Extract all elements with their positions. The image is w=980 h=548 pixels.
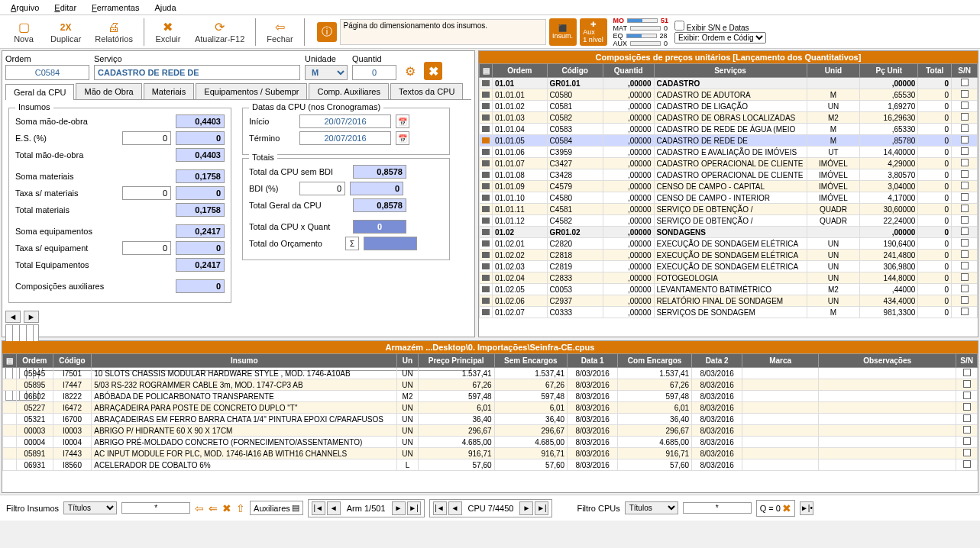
rp-title: Composições de preços unitários [Lançame… [479, 51, 978, 63]
bdi-pct-input[interactable] [299, 182, 345, 195]
total-quant-value [353, 220, 406, 234]
exibir-select[interactable]: Exibir: Ordem e Código [674, 32, 766, 44]
nav-last-button[interactable]: ►| [407, 501, 421, 515]
tab-materiais[interactable]: Materiais [144, 83, 195, 99]
atualizar-button[interactable]: ⟳Atualizar-F12 [189, 19, 251, 45]
table-row[interactable]: 05895I74475/03 RS-232 ROGRAMMER CABLE 3m… [3, 379, 978, 391]
x-button[interactable]: ✖ [424, 62, 442, 80]
unidade-select[interactable]: M [305, 65, 348, 80]
filtro-insumos-input[interactable] [121, 502, 190, 514]
back-icon[interactable]: ⇦ [195, 502, 204, 514]
nova-button[interactable]: ▢Nova [5, 19, 43, 45]
duplicate-icon: 2X [60, 21, 72, 34]
tab-equipamentos[interactable]: Equipamentos / Subempr [196, 83, 307, 99]
scroll-right-button[interactable]: ► [24, 311, 39, 323]
tab-mao[interactable]: Mão de Obra [76, 83, 141, 99]
col-select[interactable]: ▤ [3, 354, 17, 368]
nav-next-button[interactable]: ► [519, 501, 533, 515]
menu-arquivo[interactable]: AArquivorquivo [5, 2, 45, 14]
table-row[interactable]: 05321I6700ABRAÇADEIRAS EM FERRO BARRA CH… [3, 414, 978, 425]
table-row[interactable]: 01.02.03C2819,00000 EXECUÇÃO DE SONDAGEM… [480, 261, 978, 272]
insum-button[interactable]: ⬛Insum. [549, 18, 577, 46]
soma-eq-value [176, 224, 225, 238]
table-row[interactable]: 01.01.02C0581,00000 CADASTRO DE LIGAÇÃOU… [480, 101, 978, 112]
rp-table[interactable]: ▤ Ordem Código Quantid Serviços Unid Pç … [479, 63, 978, 337]
nav-first-button[interactable]: |◄ [312, 501, 325, 515]
table-row[interactable]: 01.01.10C4580,00000 CENSO DE CAMPO - INT… [480, 192, 978, 204]
tab-textos[interactable]: Textos da CPU [390, 83, 463, 99]
taxa-mat-pct-input[interactable] [122, 186, 171, 200]
filtro-cpus-input[interactable] [683, 502, 752, 514]
list-icon: ▤ [292, 503, 299, 513]
scroll-left-button[interactable]: ◄ [5, 311, 21, 323]
bdi-value [350, 182, 403, 195]
total-mao-value [176, 148, 225, 162]
menu-ferramentas[interactable]: Ferramentas [86, 2, 145, 14]
es-pct-input[interactable] [122, 131, 171, 145]
table-row[interactable]: 05227I6472ABRAÇADEIRA PARA POSTE DE CONC… [3, 402, 978, 414]
nav-prev-button[interactable]: ◄ [327, 501, 341, 515]
goto-button[interactable]: ►|• [800, 501, 813, 515]
menu-editar[interactable]: Editar [48, 2, 82, 14]
filtro-cpus-select[interactable]: Títulos [625, 501, 678, 514]
table-row[interactable]: 05945I750110 SLOTS CHASSIS MODULAR HARDW… [3, 368, 978, 379]
fechar-button[interactable]: ⇦Fechar [260, 19, 299, 45]
nav-first-button[interactable]: |◄ [433, 501, 447, 515]
table-row[interactable]: 00003I0003ABRIGO P/ HIDRANTE 60 X 90 X 1… [3, 425, 978, 437]
table-row[interactable]: 06931I8560ACELERADOR DE COBALTO 6% L57,6… [3, 459, 978, 471]
table-row[interactable]: 01.01.07C3427,00000 CADASTRO OPERACIONAL… [480, 158, 978, 169]
table-row[interactable]: 01.01.11C4581,00000 SERVIÇO DE OBTENÇÃO … [480, 204, 978, 215]
table-row[interactable]: 01.01.01C0580,00000 CADASTRO DE ADUTORAM… [480, 89, 978, 101]
table-row[interactable]: 01.01.12C4582,00000 SERVIÇO DE OBTENÇÃO … [480, 215, 978, 227]
taxa-eq-pct-input[interactable] [122, 241, 171, 255]
filtro-cpus-label: Filtro CPUs [577, 504, 619, 513]
table-row[interactable]: 01.02.05C0053,00000 LEVANTAMENTO BATIMÉT… [480, 284, 978, 295]
duplicar-button[interactable]: 2XDuplicar [44, 19, 87, 45]
table-row[interactable]: 00004I0004ABRIGO PRÉ-MOLDADO CONCRETO (F… [3, 437, 978, 448]
excluir-button[interactable]: ✖Excluir [149, 19, 187, 45]
quant-input[interactable] [352, 65, 396, 80]
table-row[interactable]: 01.02GR01.02,00000 SONDAGENS,00000 0 [480, 227, 978, 238]
ordem-input[interactable] [5, 65, 89, 80]
nav-last-button[interactable]: ►| [535, 501, 548, 515]
sum-button[interactable]: Σ [345, 237, 359, 250]
nav-prev-button[interactable]: ◄ [448, 501, 462, 515]
col-select[interactable]: ▤ [480, 64, 493, 78]
auxiliares-button[interactable]: Auxiliares ▤ [250, 501, 303, 515]
x-icon[interactable]: ✖ [222, 502, 231, 514]
table-row[interactable]: 01.01.03C0582,00000 CADASTRO DE OBRAS LO… [480, 112, 978, 124]
table-row[interactable]: 01.02.04C2833,00000 FOTOGEOLOGIAUN144,80… [480, 272, 978, 284]
table-row[interactable]: 01.02.06C2937,00000 RELATÓRIO FINAL DE S… [480, 295, 978, 307]
tab-comp[interactable]: Comp. Auxiliares [309, 83, 389, 99]
table-row[interactable]: 01.01.08C3428,00000 CADASTRO OPERACIONAL… [480, 169, 978, 181]
table-row[interactable]: 01.02.02C2818,00000 EXECUÇÃO DE SONDAGEM… [480, 250, 978, 261]
tab-geral[interactable]: Geral da CPU [5, 84, 74, 100]
table-row[interactable]: 01.01GR01.01,00000 CADASTRO,00000 0 [480, 78, 978, 89]
menu-ajuda[interactable]: Ajuda [148, 2, 182, 14]
back2-icon[interactable]: ⇐ [209, 502, 218, 514]
table-row[interactable]: 01.01.09C4579,00000 CENSO DE CAMPO - CAP… [480, 181, 978, 192]
servico-input[interactable] [94, 65, 300, 80]
table-row[interactable]: 01.02.01C2820,00000 EXECUÇÃO DE SONDAGEM… [480, 238, 978, 250]
bt-table[interactable]: ▤ Ordem Código Insumo Un Preço Principal… [2, 353, 978, 492]
inicio-input[interactable] [299, 114, 391, 128]
table-row[interactable]: 05891I7443AC INPUT MODULE FOR PLC, MOD. … [3, 448, 978, 459]
gear-button[interactable]: ⚙ [401, 62, 419, 80]
aux-button[interactable]: ✚Aux1 nível [580, 18, 607, 46]
table-row[interactable]: 06602I8222ABÓBADA DE POLICARBONATO TRANS… [3, 391, 978, 402]
total-eq-value [176, 258, 225, 272]
q0-button[interactable]: Q = 0 ✖ [756, 500, 795, 517]
calendar-icon[interactable]: 📅 [396, 131, 409, 145]
filtro-insumos-select[interactable]: Títulos [63, 501, 117, 514]
table-row[interactable]: 01.01.04C0583,00000 CADASTRO DE REDE DE … [480, 124, 978, 135]
relatorios-button[interactable]: 🖨Relatórios [89, 19, 139, 45]
toolbar: ▢Nova 2XDuplicar 🖨Relatórios ✖Excluir ⟳A… [0, 15, 980, 49]
up-icon[interactable]: ⇧ [236, 502, 245, 514]
exibir-sn-checkbox[interactable]: Exibir S/N e Datas [674, 24, 749, 32]
table-row[interactable]: 01.02.07C0333,00000 SERVIÇOS DE SONDAGEM… [480, 307, 978, 318]
termino-input[interactable] [299, 131, 391, 145]
nav-next-button[interactable]: ► [392, 501, 406, 515]
table-row[interactable]: 01.01.06C3959,00000 CADASTRO E AVALIAÇÃO… [480, 147, 978, 158]
calendar-icon[interactable]: 📅 [396, 114, 409, 128]
table-row[interactable]: 01.01.05C0584,00000 CADASTRO DE REDE DEM… [480, 135, 978, 147]
